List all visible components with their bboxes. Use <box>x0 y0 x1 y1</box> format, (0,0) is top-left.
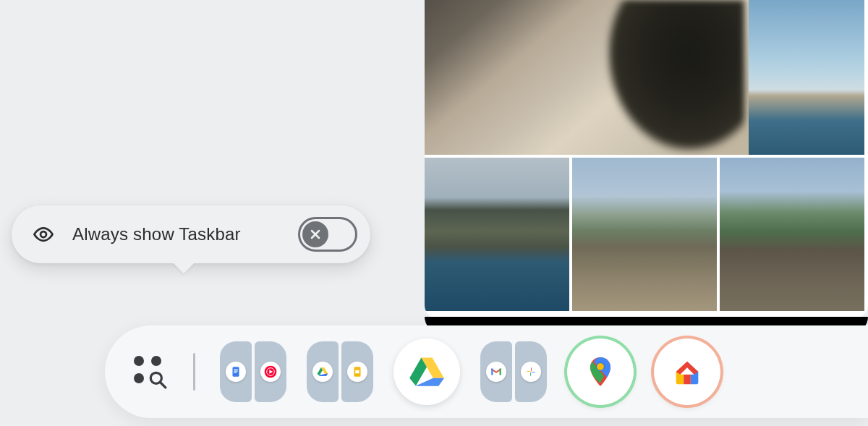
svg-rect-6 <box>234 369 237 370</box>
gmail-icon <box>486 362 506 382</box>
google-drive-icon <box>408 353 446 391</box>
split-right[interactable] <box>255 341 286 402</box>
split-app-pair[interactable] <box>307 341 373 402</box>
svg-rect-5 <box>233 367 239 377</box>
always-show-taskbar-toggle[interactable] <box>298 217 357 252</box>
split-left[interactable] <box>220 341 252 402</box>
toggle-knob <box>302 221 328 247</box>
svg-line-4 <box>160 382 166 388</box>
taskbar <box>105 325 868 418</box>
active-ring-icon <box>564 336 637 408</box>
photo-tile[interactable] <box>572 158 717 311</box>
always-show-taskbar-label: Always show Taskbar <box>72 224 281 244</box>
split-app-pair[interactable] <box>220 341 286 402</box>
svg-rect-16 <box>355 370 359 374</box>
photo-tile[interactable] <box>425 158 569 311</box>
eye-icon <box>32 223 55 246</box>
svg-rect-23 <box>500 369 501 375</box>
google-drive-icon <box>312 362 333 382</box>
photo-tile[interactable] <box>720 158 864 311</box>
svg-marker-20 <box>416 378 444 386</box>
photos-window <box>425 0 868 318</box>
google-maps-app[interactable] <box>567 338 634 405</box>
photo-grid <box>425 0 868 318</box>
split-left[interactable] <box>307 341 339 402</box>
google-drive-app[interactable] <box>393 338 460 405</box>
youtube-music-icon <box>260 362 281 382</box>
svg-rect-7 <box>234 371 237 372</box>
google-photos-icon <box>521 362 541 382</box>
split-left[interactable] <box>480 341 512 402</box>
svg-rect-22 <box>491 369 493 375</box>
svg-marker-14 <box>320 373 328 376</box>
taskbar-settings-popup: Always show Taskbar <box>12 205 370 263</box>
photo-tile[interactable] <box>425 0 749 155</box>
google-home-app[interactable] <box>654 338 720 405</box>
app-launcher-button[interactable] <box>131 353 169 391</box>
photo-tile[interactable] <box>749 0 864 155</box>
google-slides-icon <box>347 362 367 382</box>
svg-point-0 <box>41 231 46 237</box>
taskbar-divider <box>193 353 195 391</box>
svg-rect-8 <box>234 372 237 373</box>
split-app-pair[interactable] <box>480 341 547 402</box>
split-right[interactable] <box>341 341 373 402</box>
active-ring-icon <box>651 336 723 408</box>
split-right[interactable] <box>515 341 547 402</box>
google-docs-icon <box>226 362 246 382</box>
